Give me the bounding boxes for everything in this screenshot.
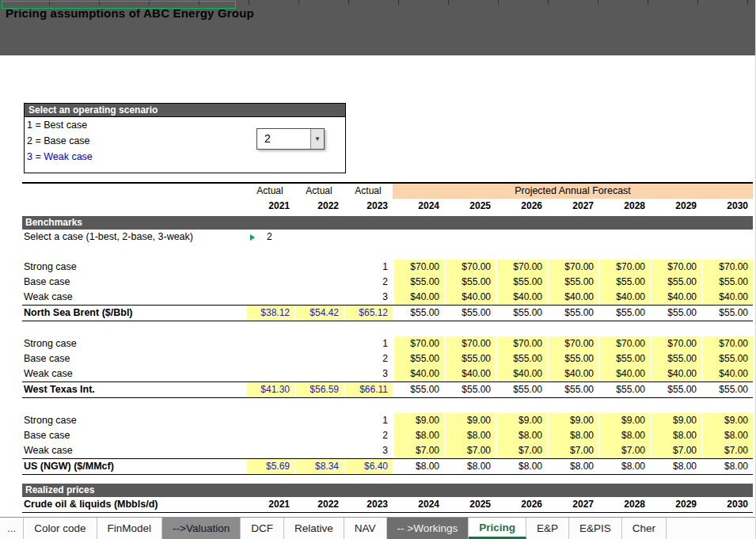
price-cell[interactable]: $8.00	[444, 428, 496, 443]
price-cell[interactable]: $40.00	[547, 290, 598, 305]
price-cell[interactable]: $9.00	[701, 413, 753, 428]
empty-cells	[245, 275, 344, 290]
scenario-dropdown[interactable]: 2 ▼	[256, 128, 325, 150]
price-cell[interactable]: $55.00	[444, 351, 496, 366]
price-cell[interactable]: $70.00	[444, 336, 496, 351]
price-cell[interactable]: $55.00	[701, 275, 753, 290]
price-cell[interactable]: $70.00	[701, 260, 753, 275]
price-cell[interactable]: $55.00	[598, 275, 650, 290]
actual-cell[interactable]: $41.30	[245, 382, 294, 397]
tab-epis[interactable]: E&PIS	[569, 518, 622, 539]
case-number-cell[interactable]: 1	[344, 413, 393, 428]
tab-dcf[interactable]: DCF	[241, 518, 284, 539]
tab-overflow[interactable]: ...	[0, 518, 24, 539]
case-number-cell[interactable]: 2	[344, 428, 393, 443]
price-cell[interactable]: $8.00	[598, 428, 650, 443]
case-number-cell[interactable]: 3	[344, 366, 393, 381]
case-number-cell[interactable]: 3	[344, 443, 393, 458]
price-cell[interactable]: $70.00	[547, 260, 598, 275]
tab-workings[interactable]: -- >Workings	[387, 518, 469, 539]
price-cell[interactable]: $40.00	[701, 290, 753, 305]
price-cell[interactable]: $55.00	[444, 275, 496, 290]
price-cell[interactable]: $9.00	[444, 413, 496, 428]
price-cell[interactable]: $70.00	[598, 336, 650, 351]
select-case-label: Select a case (1-best, 2-base, 3-weak)	[22, 230, 245, 245]
price-cell[interactable]: $8.00	[496, 428, 547, 443]
price-cell[interactable]: $40.00	[444, 366, 496, 381]
price-cell[interactable]: $70.00	[393, 260, 444, 275]
tab-ep[interactable]: E&P	[526, 518, 569, 539]
price-cell[interactable]: $8.00	[701, 428, 753, 443]
price-cell[interactable]: $9.00	[598, 413, 650, 428]
actual-cell[interactable]: $54.42	[294, 306, 344, 321]
case-number-cell[interactable]: 2	[344, 275, 393, 290]
tab-color-code[interactable]: Color code	[24, 518, 97, 539]
price-cell[interactable]: $55.00	[547, 275, 598, 290]
tab-pricing[interactable]: Pricing	[469, 518, 526, 539]
price-cell[interactable]: $55.00	[393, 275, 444, 290]
price-cell[interactable]: $55.00	[650, 275, 701, 290]
price-cell[interactable]: $7.00	[496, 443, 547, 458]
price-cell[interactable]: $40.00	[650, 366, 701, 381]
price-cell[interactable]: $7.00	[444, 443, 496, 458]
actual-cell[interactable]: $56.59	[294, 382, 344, 397]
price-cell[interactable]: $40.00	[496, 366, 547, 381]
actual-cell[interactable]: $38.12	[245, 306, 294, 321]
price-cell[interactable]: $7.00	[701, 443, 753, 458]
actual-cell[interactable]: $8.34	[294, 459, 344, 474]
tab-chemicals[interactable]: Cher	[622, 518, 667, 539]
actual-cell[interactable]: $65.12	[344, 306, 393, 321]
price-cell[interactable]: $9.00	[496, 413, 547, 428]
price-cell[interactable]: $7.00	[547, 443, 598, 458]
price-cell[interactable]: $40.00	[598, 366, 650, 381]
case-number-cell[interactable]: 1	[344, 336, 393, 351]
benchmark-total-row: US (NGW) ($/MMcf) $5.69 $8.34 $6.40 $8.0…	[22, 458, 753, 475]
price-cell[interactable]: $70.00	[701, 336, 753, 351]
price-cell[interactable]: $8.00	[650, 428, 701, 443]
price-cell[interactable]: $7.00	[598, 443, 650, 458]
price-cell[interactable]: $55.00	[393, 351, 444, 366]
price-cell[interactable]: $40.00	[393, 290, 444, 305]
price-cell[interactable]: $40.00	[650, 290, 701, 305]
case-number-cell[interactable]: 2	[344, 351, 393, 366]
price-cell[interactable]: $70.00	[496, 260, 547, 275]
price-cell[interactable]: $8.00	[393, 428, 444, 443]
price-cell[interactable]: $70.00	[547, 336, 598, 351]
price-cell[interactable]: $70.00	[393, 336, 444, 351]
actual-cell[interactable]: $6.40	[344, 459, 393, 474]
case-number-cell[interactable]: 3	[344, 290, 393, 305]
select-case-cell[interactable]: 2	[245, 230, 294, 245]
price-cell[interactable]: $55.00	[496, 275, 547, 290]
price-cell[interactable]: $9.00	[393, 413, 444, 428]
price-cell[interactable]: $9.00	[547, 413, 598, 428]
price-cell[interactable]: $40.00	[393, 366, 444, 381]
price-cell[interactable]: $70.00	[650, 336, 701, 351]
price-cell[interactable]: $70.00	[598, 260, 650, 275]
projected-cell: $8.00	[496, 459, 547, 474]
tab-nav[interactable]: NAV	[344, 518, 387, 539]
tab-finmodel[interactable]: FinModel	[97, 518, 163, 539]
price-cell[interactable]: $55.00	[701, 351, 753, 366]
price-cell[interactable]: $55.00	[496, 351, 547, 366]
price-cell[interactable]: $70.00	[650, 260, 701, 275]
price-cell[interactable]: $40.00	[598, 290, 650, 305]
chevron-down-icon[interactable]: ▼	[310, 129, 324, 149]
case-number-cell[interactable]: 1	[344, 260, 393, 275]
price-cell[interactable]: $55.00	[650, 351, 701, 366]
price-cell[interactable]: $55.00	[598, 351, 650, 366]
price-cell[interactable]: $70.00	[444, 260, 496, 275]
price-cell[interactable]: $55.00	[547, 351, 598, 366]
price-cell[interactable]: $7.00	[650, 443, 701, 458]
actual-cell[interactable]: $66.11	[344, 382, 393, 397]
price-cell[interactable]: $40.00	[701, 366, 753, 381]
price-cell[interactable]: $9.00	[650, 413, 701, 428]
price-cell[interactable]: $7.00	[393, 443, 444, 458]
price-cell[interactable]: $40.00	[496, 290, 547, 305]
tab-relative[interactable]: Relative	[284, 518, 344, 539]
tab-valuation[interactable]: -->Valuation	[162, 518, 241, 539]
price-cell[interactable]: $40.00	[547, 366, 598, 381]
actual-cell[interactable]: $5.69	[245, 459, 294, 474]
price-cell[interactable]: $70.00	[496, 336, 547, 351]
price-cell[interactable]: $8.00	[547, 428, 598, 443]
price-cell[interactable]: $40.00	[444, 290, 496, 305]
